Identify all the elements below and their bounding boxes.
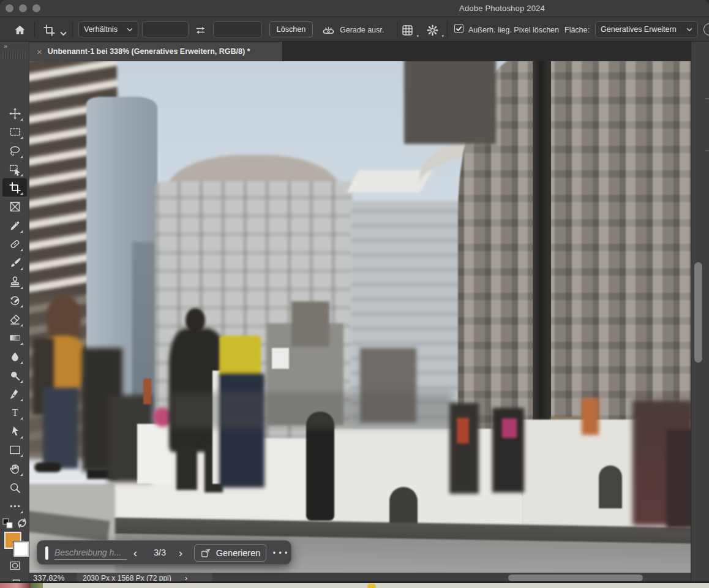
gradient-tool[interactable] (6, 329, 23, 346)
crop-width-input[interactable] (142, 21, 189, 37)
photo-wall-arch (599, 466, 622, 508)
photo-yellow-bag (219, 336, 261, 377)
tool-preset-chevron-icon[interactable] (60, 29, 67, 38)
desktop-dock-icon (367, 584, 376, 588)
blur-tool[interactable] (6, 348, 23, 365)
svg-text:T: T (12, 407, 18, 417)
toolbar-grip[interactable] (2, 51, 26, 59)
ratio-dropdown[interactable]: Verhältnis (78, 21, 138, 37)
divider (447, 21, 448, 37)
quick-mask-button[interactable] (6, 557, 23, 574)
prompt-input[interactable] (54, 545, 127, 560)
photo-machinery-window (272, 348, 289, 369)
next-variation-button[interactable]: › (174, 546, 187, 560)
chevron-down-icon (127, 28, 133, 32)
eraser-tool[interactable] (6, 311, 23, 328)
chevron-down-icon: ▾ (441, 34, 444, 39)
panel-divider-tick (705, 98, 709, 99)
panel-divider-tick (705, 150, 709, 151)
document-tab-bar: × Unbenannt-1 bei 338% (Generatives Erwe… (29, 42, 709, 61)
crop-tool-preset-icon[interactable] (42, 23, 56, 37)
clone-stamp-tool[interactable] (6, 273, 23, 290)
window-title: Adobe Photoshop 2024 (429, 4, 576, 13)
close-tab-icon[interactable]: × (37, 47, 42, 56)
fill-mode-value: Generatives Erweitern (601, 25, 677, 34)
horizontal-scrollbar[interactable] (508, 575, 643, 581)
minimize-window-button[interactable] (19, 4, 27, 12)
photo-gray-structure (291, 301, 329, 347)
photo-facade-dark-top (404, 61, 496, 144)
desktop-wallpaper-sliver (0, 583, 31, 588)
document-canvas[interactable] (29, 61, 691, 573)
default-colors-icon[interactable] (2, 518, 13, 529)
photo-pedestrian-legs (43, 388, 78, 469)
straighten-label[interactable]: Gerade ausr. (340, 26, 384, 34)
more-options-button[interactable]: • • • (271, 546, 290, 560)
photo-pedestrian-shoe (34, 462, 61, 472)
history-brush-tool[interactable] (6, 292, 23, 309)
grid-overlay-icon[interactable]: ▾ (400, 23, 415, 37)
more-tools-button[interactable] (6, 497, 23, 514)
divider (34, 21, 35, 37)
photo-white-pillar (137, 424, 171, 484)
swap-colors-icon[interactable] (17, 518, 28, 529)
photo-orange-figure (582, 398, 599, 435)
photo-navy-figure (219, 374, 264, 488)
hand-tool[interactable] (6, 460, 23, 477)
contextual-task-bar: ‹ 3/3 › Generieren • • • (37, 540, 291, 565)
generate-button[interactable]: Generieren (194, 544, 266, 562)
taskbar-drag-handle[interactable] (45, 546, 48, 560)
crop-tool[interactable] (6, 179, 23, 196)
desktop-wallpaper-sliver (31, 583, 43, 588)
options-bar: Verhältnis Löschen Gerade ausr. ▾ ▾ Auße… (0, 17, 709, 42)
variation-counter: 3/3 (146, 548, 173, 557)
chevron-down-icon (686, 28, 692, 32)
delete-cropped-pixels-label[interactable]: Außerh. lieg. Pixel löschen (468, 26, 559, 34)
photo-dark-mass (666, 429, 691, 528)
document-tab[interactable]: × Unbenannt-1 bei 338% (Generatives Erwe… (29, 42, 283, 61)
home-button[interactable] (12, 23, 27, 37)
photo-red-accent (457, 418, 469, 443)
fill-label: Fläche: (565, 26, 590, 34)
zoom-tool[interactable] (6, 479, 23, 496)
previous-variation-button[interactable]: ‹ (129, 546, 141, 560)
path-selection-tool[interactable] (6, 423, 23, 440)
brush-tool[interactable] (6, 254, 23, 271)
help-circle-icon[interactable] (703, 23, 709, 36)
vertical-scrollbar[interactable] (694, 262, 702, 363)
delete-cropped-pixels-checkbox[interactable] (454, 24, 463, 33)
swap-dimensions-icon[interactable] (193, 23, 208, 37)
clear-button[interactable]: Löschen (269, 21, 313, 37)
ratio-dropdown-value: Verhältnis (84, 25, 118, 34)
rectangular-marquee-tool[interactable] (6, 123, 23, 140)
dodge-tool[interactable] (6, 367, 23, 384)
spot-healing-brush-tool[interactable] (6, 235, 23, 252)
check-icon (456, 26, 462, 32)
generate-label: Generieren (216, 548, 261, 558)
close-window-button[interactable] (6, 4, 13, 12)
object-selection-tool[interactable] (6, 160, 23, 178)
crop-height-input[interactable] (213, 21, 262, 37)
desktop-sliver (0, 583, 709, 588)
frame-tool[interactable] (6, 198, 23, 215)
divider (397, 21, 397, 37)
pen-tool[interactable] (6, 385, 23, 402)
lasso-tool[interactable] (6, 142, 23, 159)
straighten-icon[interactable] (321, 23, 336, 37)
document-tab-title: Unbenannt-1 bei 338% (Generatives Erweit… (48, 47, 250, 56)
gear-icon[interactable]: ▾ (425, 23, 440, 37)
fill-mode-dropdown[interactable]: Generatives Erweitern (595, 21, 698, 37)
move-tool[interactable] (6, 105, 23, 122)
divider (72, 21, 73, 37)
zoom-window-button[interactable] (32, 4, 40, 12)
expand-toolbar-button[interactable]: » (4, 42, 8, 50)
eyedropper-tool[interactable] (6, 217, 23, 234)
rectangle-tool[interactable] (6, 441, 23, 458)
generate-icon (200, 548, 211, 559)
tools-panel: » T (0, 42, 29, 583)
type-tool[interactable]: T (6, 404, 23, 421)
photo-figure-right (449, 403, 479, 494)
background-color-swatch[interactable] (13, 541, 29, 557)
photo-rust-post (143, 379, 151, 404)
title-bar: Adobe Photoshop 2024 (0, 0, 709, 17)
